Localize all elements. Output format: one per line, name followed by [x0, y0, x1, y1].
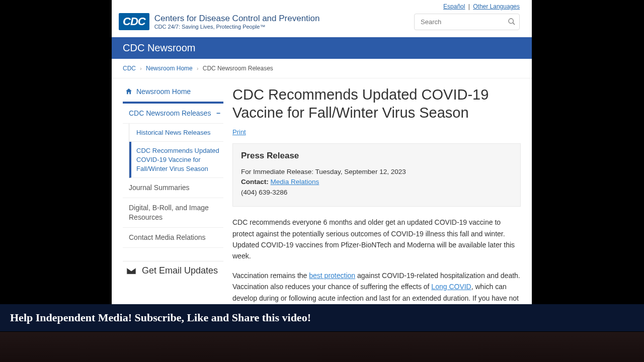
envelope-icon	[126, 265, 137, 277]
chevron-right-icon: ›	[140, 66, 141, 71]
crumb-current: CDC Newsroom Releases	[203, 65, 273, 72]
contact-label: Contact:	[241, 178, 269, 186]
print-link[interactable]: Print	[232, 128, 246, 136]
crumb-root[interactable]: CDC	[123, 65, 136, 72]
link-espanol[interactable]: Español	[443, 3, 465, 10]
article-title: CDC Recommends Updated COVID-19 Vaccine …	[232, 85, 521, 122]
article-main: CDC Recommends Updated COVID-19 Vaccine …	[232, 82, 521, 304]
brand[interactable]: CDC Centers for Disease Control and Prev…	[119, 13, 320, 30]
crumb-newsroom-home[interactable]: Newsroom Home	[146, 65, 193, 72]
left-sidebar: Newsroom Home CDC Newsroom Releases − Hi…	[123, 82, 223, 304]
svg-line-1	[513, 23, 515, 25]
email-updates-label: Get Email Updates	[142, 265, 218, 276]
link-other-languages[interactable]: Other Languages	[473, 3, 520, 10]
release-date-line: For Immediate Release: Tuesday, Septembe…	[241, 167, 512, 177]
webpage-viewport: Español | Other Languages CDC Centers fo…	[112, 0, 532, 304]
sidebar-home-label: Newsroom Home	[136, 87, 191, 96]
sidebar-subitem-current-article[interactable]: CDC Recommends Updated COVID-19 Vaccine …	[129, 142, 223, 178]
brand-text: Centers for Disease Control and Preventi…	[154, 14, 320, 30]
section-title: CDC Newsroom	[123, 42, 195, 53]
article-body: CDC recommends everyone 6 months and old…	[232, 217, 521, 304]
svg-point-0	[509, 19, 513, 23]
site-header: CDC Centers for Disease Control and Prev…	[112, 11, 532, 37]
text-run: Vaccination remains the	[232, 272, 309, 280]
press-release-meta: For Immediate Release: Tuesday, Septembe…	[241, 167, 512, 199]
sidebar-item-label: Contact Media Relations	[129, 233, 206, 242]
sidebar-item-label: Journal Summaries	[129, 183, 190, 193]
breadcrumb: CDC › Newsroom Home › CDC Newsroom Relea…	[112, 59, 532, 78]
search-container	[414, 14, 520, 30]
article-paragraph: Vaccination remains the best protection …	[232, 270, 521, 304]
media-relations-link[interactable]: Media Relations	[271, 178, 319, 186]
sidebar-item-label: Digital, B-Roll, and Image Resources	[129, 203, 220, 222]
link-long-covid[interactable]: Long COVID	[431, 283, 471, 291]
email-updates-box[interactable]: Get Email Updates	[123, 261, 223, 281]
video-caption-overlay: Help Independent Media! Subscribe, Like …	[0, 304, 644, 331]
sidebar-sublist: Historical News Releases CDC Recommends …	[129, 124, 223, 178]
chevron-right-icon: ›	[197, 66, 198, 71]
contact-phone: (404) 639-3286	[241, 188, 512, 198]
sidebar-home-link[interactable]: Newsroom Home	[123, 82, 223, 102]
search-icon[interactable]	[508, 18, 516, 26]
sidebar-item-releases[interactable]: CDC Newsroom Releases −	[123, 104, 223, 124]
sidebar-item-journal[interactable]: Journal Summaries	[123, 178, 223, 198]
brand-tagline: CDC 24/7: Saving Lives, Protecting Peopl…	[154, 24, 320, 30]
article-paragraph: CDC recommends everyone 6 months and old…	[232, 217, 521, 262]
section-title-bar: CDC Newsroom	[112, 37, 532, 59]
caption-text: Help Independent Media! Subscribe, Like …	[10, 311, 311, 324]
cdc-logo: CDC	[119, 13, 149, 30]
separator: |	[468, 3, 470, 10]
language-links: Español | Other Languages	[112, 0, 532, 11]
content-row: Newsroom Home CDC Newsroom Releases − Hi…	[112, 78, 532, 304]
home-icon	[125, 87, 133, 96]
sidebar-item-label: CDC Newsroom Releases	[129, 109, 211, 118]
link-best-protection[interactable]: best protection	[309, 272, 355, 280]
sidebar-item-digital[interactable]: Digital, B-Roll, and Image Resources	[123, 198, 223, 228]
sidebar-subitem-historical[interactable]: Historical News Releases	[129, 124, 223, 142]
collapse-icon[interactable]: −	[216, 109, 220, 118]
press-release-box: Press Release For Immediate Release: Tue…	[232, 143, 521, 207]
video-lower-strip	[0, 332, 644, 362]
press-release-heading: Press Release	[241, 151, 512, 161]
brand-name: Centers for Disease Control and Preventi…	[154, 14, 320, 24]
search-input[interactable]	[414, 14, 520, 30]
sidebar-item-contact[interactable]: Contact Media Relations	[123, 228, 223, 248]
